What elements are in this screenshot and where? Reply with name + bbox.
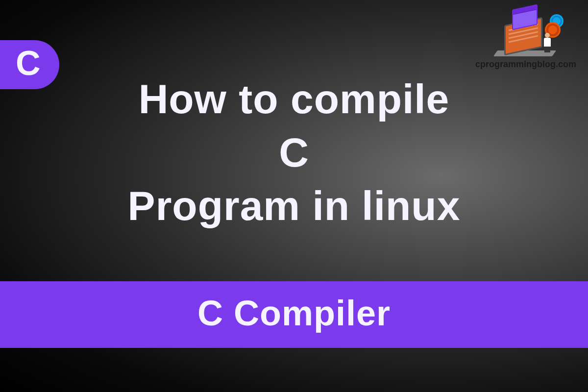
- banner-container: C cprogrammingblog.com How to compile: [0, 0, 588, 392]
- person-icon: [542, 33, 552, 52]
- title-line-1: How to compile: [0, 73, 588, 126]
- site-name: cprogrammingblog.com: [475, 59, 576, 70]
- brand-area: cprogrammingblog.com: [475, 5, 576, 70]
- title-line-2: C: [0, 126, 588, 179]
- title-line-3: Program in linux: [0, 179, 588, 233]
- main-title: How to compile C Program in linux: [0, 73, 588, 233]
- subtitle-text: C Compiler: [197, 294, 391, 333]
- brand-illustration: [491, 5, 560, 56]
- subtitle-banner: C Compiler: [0, 281, 588, 348]
